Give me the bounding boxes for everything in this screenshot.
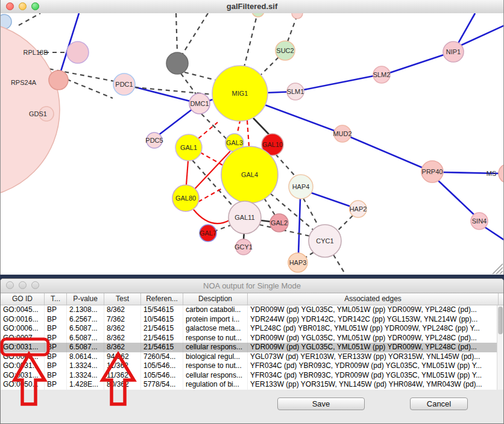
- minimize-button[interactable]: [19, 281, 27, 289]
- table-row[interactable]: GO:0065...BP8.0614...94/3627260/54...bio…: [1, 352, 503, 362]
- scrollbar-thumb[interactable]: [498, 307, 503, 334]
- network-edge[interactable]: [305, 252, 313, 258]
- node-label-MS-cut: MS: [487, 170, 497, 177]
- table-row[interactable]: GO:0006...BP6.5087...8/36221/54615galact…: [1, 324, 503, 334]
- cell: 8/362: [104, 305, 141, 315]
- node-label-GAL80: GAL80: [175, 195, 196, 202]
- cell: galactose meta...: [183, 324, 248, 334]
- network-edge[interactable]: [298, 199, 300, 254]
- node-cut-top-pink[interactable]: [292, 13, 303, 19]
- cell: YFR034C (pd) YBR093C, YDR009W (pd) YGL03…: [248, 361, 499, 371]
- close-button[interactable]: [6, 2, 14, 10]
- network-edge[interactable]: [181, 73, 196, 94]
- table-row[interactable]: GO:0031...BP1.3324...11/362105/546...res…: [1, 361, 503, 371]
- cell: 6.5087...: [67, 343, 104, 352]
- cell: GO:0031...: [1, 343, 45, 352]
- network-edge[interactable]: [276, 154, 296, 177]
- network-edge[interactable]: [342, 134, 423, 168]
- network-edge[interactable]: [303, 198, 318, 226]
- network-edge[interactable]: [265, 105, 342, 134]
- node-cut-top-green[interactable]: [252, 13, 264, 17]
- column-header-6[interactable]: Associated edges: [248, 293, 499, 305]
- network-edge[interactable]: [485, 227, 503, 240]
- save-button[interactable]: Save: [277, 398, 365, 410]
- network-edge[interactable]: [184, 72, 216, 80]
- node-MS-cut[interactable]: [499, 164, 503, 183]
- network-edge[interactable]: [264, 198, 275, 215]
- network-edge[interactable]: [304, 76, 374, 90]
- cell: 7260/54...: [141, 352, 183, 362]
- network-edge[interactable]: [194, 210, 229, 223]
- cell: cellular respons...: [183, 343, 248, 352]
- network-edge[interactable]: [19, 13, 40, 25]
- network-edge[interactable]: [389, 55, 444, 73]
- close-button[interactable]: [6, 281, 14, 289]
- network-edge[interactable]: [253, 118, 269, 135]
- column-header-4[interactable]: Referen...: [141, 293, 183, 305]
- table-row[interactable]: GO:0031...BP6.5087...8/36221/54615cellul…: [1, 343, 503, 352]
- cancel-button[interactable]: Cancel: [410, 398, 468, 410]
- cell: 15/54615: [141, 305, 183, 315]
- network-edge[interactable]: [186, 161, 188, 185]
- table-row[interactable]: GO:0031...BP1.3324...11/362105/546...cel…: [1, 371, 503, 381]
- cell: GO:0007...: [1, 334, 45, 343]
- table-row[interactable]: GO:0016...BP6.2567...7/36210/54615protei…: [1, 315, 503, 325]
- node-label-HAP4: HAP4: [292, 183, 310, 190]
- table-row[interactable]: GO:0007...BP6.5087...8/36221/54615respon…: [1, 334, 503, 343]
- column-header-1[interactable]: T...: [45, 293, 67, 305]
- cell: GO:0031...: [1, 371, 45, 381]
- network-edge[interactable]: [438, 181, 474, 215]
- node-label-GAL1: GAL1: [180, 144, 197, 151]
- cell: GO:0016...: [1, 315, 45, 325]
- table-body[interactable]: GO:0045...BP2.1308...8/36215/54615carbon…: [1, 305, 503, 390]
- node-label-GAL10: GAL10: [262, 141, 283, 148]
- network-edge[interactable]: [261, 57, 279, 75]
- network-edge[interactable]: [198, 189, 222, 202]
- network-edge[interactable]: [244, 13, 258, 67]
- node-label-MIG1: MIG1: [232, 90, 248, 97]
- zoom-button[interactable]: [31, 281, 39, 289]
- network-edge[interactable]: [247, 120, 249, 146]
- column-header-3[interactable]: Test: [104, 293, 141, 305]
- zoom-button[interactable]: [31, 2, 39, 10]
- cell: BP: [45, 315, 67, 325]
- node-unnamed-gray[interactable]: [166, 52, 188, 74]
- column-header-5[interactable]: Desciption: [183, 293, 248, 305]
- node-label-HAP3: HAP3: [289, 259, 307, 266]
- network-edge[interactable]: [333, 255, 347, 274]
- table-scrollbar[interactable]: [497, 305, 503, 390]
- table-row[interactable]: GO:0050...BP1.428E...80/3625778/54...reg…: [1, 380, 503, 390]
- network-edge[interactable]: [261, 220, 271, 222]
- network-edge[interactable]: [198, 122, 218, 139]
- cell: YER133W (pp) YOR315W, YNL145W (pd) YHR08…: [248, 380, 499, 390]
- cell: GO:0031...: [1, 361, 45, 371]
- resize-grip[interactable]: [493, 264, 503, 274]
- network-edge[interactable]: [216, 225, 232, 231]
- node-label-SUC2: SUC2: [276, 47, 294, 54]
- network-canvas-area[interactable]: RPL18BRPS24AGDS1PDC1MIG1SUC2SLM1SLM2NIP1…: [1, 13, 503, 274]
- network-edge[interactable]: [181, 13, 208, 57]
- column-header-0[interactable]: GO ID: [1, 293, 45, 305]
- network-edge[interactable]: [288, 17, 297, 42]
- cell: 5778/54...: [141, 380, 183, 390]
- noa-window: NOA output for Single Mode GO IDT...P-va…: [0, 278, 504, 424]
- cell: biological regul...: [183, 352, 248, 362]
- node-RPL18B[interactable]: [67, 42, 89, 63]
- node-label-GAL7: GAL7: [200, 229, 216, 237]
- column-header-2[interactable]: P-value: [67, 293, 104, 305]
- cell: YDR009W (pd) YGL035C, YML051W (pp) YDR00…: [248, 305, 499, 315]
- minimize-button[interactable]: [19, 2, 27, 10]
- node-RPS24A[interactable]: [49, 70, 68, 90]
- cell: 8.0614...: [67, 352, 104, 362]
- network-edge[interactable]: [309, 192, 351, 207]
- cell: 1.428E...: [67, 380, 104, 390]
- node-label-NIP1: NIP1: [446, 48, 461, 55]
- network-edge[interactable]: [337, 216, 353, 231]
- cell: 10/54615: [141, 315, 183, 325]
- network-edge[interactable]: [200, 152, 222, 165]
- cell: 105/546...: [141, 371, 183, 381]
- network-edge[interactable]: [461, 25, 503, 45]
- table-row[interactable]: GO:0045...BP2.1308...8/36215/54615carbon…: [1, 305, 503, 315]
- network-edge[interactable]: [176, 13, 177, 52]
- cell: BP: [45, 352, 67, 362]
